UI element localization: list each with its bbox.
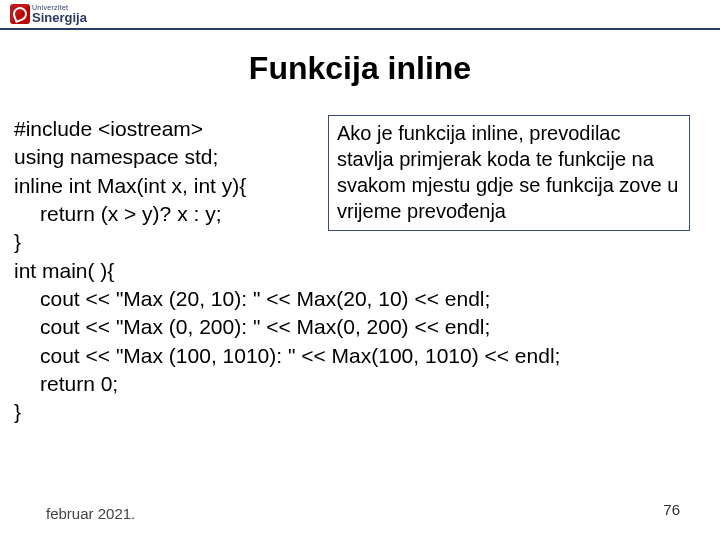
code-line: cout << "Max (100, 1010): " << Max(100, … xyxy=(14,342,706,370)
code-line: using namespace std; xyxy=(14,143,324,171)
logo: Univerzitet Sinergija xyxy=(10,4,87,24)
code-line: return (x > y)? x : y; xyxy=(14,200,324,228)
slide-title: Funkcija inline xyxy=(0,50,720,87)
code-line: return 0; xyxy=(14,370,706,398)
footer-page-number: 76 xyxy=(663,501,680,518)
callout-box: Ako je funkcija inline, prevodilac stavl… xyxy=(328,115,690,231)
code-line: cout << "Max (20, 10): " << Max(20, 10) … xyxy=(14,285,706,313)
code-line: #include <iostream> xyxy=(14,115,324,143)
code-block-bottom: int main( ){ cout << "Max (20, 10): " <<… xyxy=(14,257,706,427)
code-line: int main( ){ xyxy=(14,257,706,285)
slide-content: #include <iostream> using namespace std;… xyxy=(14,115,706,427)
code-line: cout << "Max (0, 200): " << Max(0, 200) … xyxy=(14,313,706,341)
logo-name: Sinergija xyxy=(32,11,87,24)
code-line: } xyxy=(14,228,324,256)
header-divider xyxy=(0,28,720,30)
code-block-top: #include <iostream> using namespace std;… xyxy=(14,115,324,257)
code-line: inline int Max(int x, int y){ xyxy=(14,172,324,200)
footer-date: februar 2021. xyxy=(46,505,135,522)
code-line: } xyxy=(14,398,706,426)
logo-icon xyxy=(10,4,30,24)
